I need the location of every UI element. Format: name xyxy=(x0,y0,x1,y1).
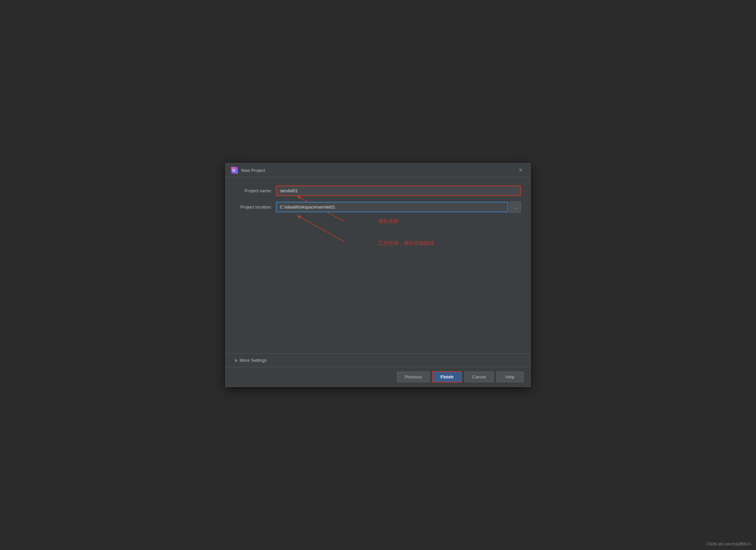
more-settings-toggle[interactable]: More Settings xyxy=(235,358,267,363)
project-location-row: Project location: ... xyxy=(235,201,521,213)
more-settings-label: More Settings xyxy=(240,358,267,363)
project-name-input[interactable] xyxy=(276,185,521,196)
help-button[interactable]: Help xyxy=(496,372,524,382)
project-name-label: Project name: xyxy=(235,188,276,193)
dialog-footer: Previous Finish Cancel Help xyxy=(226,367,530,387)
finish-button[interactable]: Finish xyxy=(432,371,461,382)
annotation-project-name: 项目名称 xyxy=(378,218,399,224)
window-title: New Project xyxy=(241,168,265,173)
title-bar-left: U New Project xyxy=(231,167,265,174)
svg-line-3 xyxy=(297,215,344,242)
cancel-button[interactable]: Cancel xyxy=(465,372,494,382)
project-name-input-wrapper xyxy=(276,185,521,196)
content-spacer xyxy=(226,289,530,354)
new-project-dialog: U New Project ✕ Project name: xyxy=(225,163,531,387)
close-button[interactable]: ✕ xyxy=(516,167,525,174)
project-location-label: Project location: xyxy=(235,204,276,210)
project-location-input[interactable] xyxy=(276,202,508,212)
browse-button[interactable]: ... xyxy=(510,201,521,213)
title-bar: U New Project ✕ xyxy=(226,163,530,177)
chevron-right-icon xyxy=(235,359,238,362)
more-settings-row: More Settings xyxy=(226,353,530,367)
annotation-project-location: 工作空间，项目存放路径 xyxy=(378,240,434,247)
project-location-input-wrapper xyxy=(276,202,508,212)
watermark: CSDN @CoderX(远离BUG xyxy=(706,542,751,547)
dialog-content: Project name: Project location: ... 项目名称… xyxy=(226,177,530,289)
project-name-row: Project name: xyxy=(235,185,521,196)
previous-button[interactable]: Previous xyxy=(397,372,430,382)
intellij-logo: U xyxy=(231,167,238,174)
svg-text:U: U xyxy=(232,168,235,172)
